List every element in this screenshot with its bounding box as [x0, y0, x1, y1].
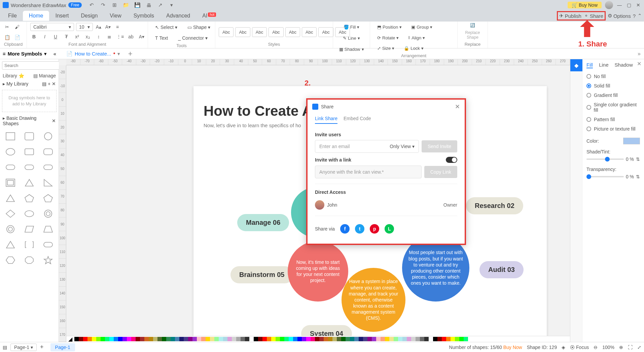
- color-swatch[interactable]: [341, 337, 346, 341]
- text-tool[interactable]: T Text: [151, 34, 172, 42]
- open-icon[interactable]: 📁: [122, 1, 130, 9]
- color-swatch[interactable]: [293, 337, 297, 341]
- shape-rect2[interactable]: [22, 146, 37, 158]
- circle-system[interactable]: Have a system in place where you can cre…: [342, 268, 405, 332]
- symbol-search-input[interactable]: [2, 61, 63, 70]
- shape-frame[interactable]: [3, 177, 18, 189]
- panel-close-icon[interactable]: ✕: [637, 61, 641, 67]
- color-swatch[interactable]: [140, 337, 144, 341]
- position-menu[interactable]: ⬒ Position▾: [373, 23, 405, 31]
- collapse-right-icon[interactable]: »: [638, 51, 644, 57]
- paste-icon[interactable]: 📋: [3, 34, 11, 41]
- color-swatch[interactable]: [276, 337, 280, 341]
- shape-diamond[interactable]: [3, 208, 18, 220]
- color-swatch[interactable]: [394, 337, 398, 341]
- shape-ellipse[interactable]: [3, 146, 18, 158]
- color-swatch[interactable]: [319, 337, 324, 341]
- color-swatch[interactable]: [416, 337, 420, 341]
- color-swatch[interactable]: [464, 337, 468, 341]
- size-menu[interactable]: ⤢ Size▾: [373, 44, 398, 52]
- color-swatch[interactable]: [188, 337, 192, 341]
- color-swatch[interactable]: [372, 337, 376, 341]
- fill-picture[interactable]: Picture or texture fill: [586, 124, 640, 134]
- color-swatch[interactable]: [407, 337, 411, 341]
- collapse-ribbon-icon[interactable]: ⌃: [638, 13, 642, 19]
- pinterest-icon[interactable]: p: [370, 224, 379, 234]
- color-swatch[interactable]: [206, 337, 210, 341]
- shape-oval[interactable]: [22, 208, 37, 220]
- shape-parallelogram[interactable]: [22, 223, 37, 235]
- user-avatar[interactable]: [605, 1, 613, 9]
- menu-home[interactable]: Home: [23, 11, 49, 21]
- line-tab[interactable]: Line: [599, 62, 608, 68]
- link-input[interactable]: Anyone with the link can view.*: [315, 166, 422, 178]
- color-swatch[interactable]: [254, 337, 258, 341]
- copy-icon[interactable]: 📄: [13, 34, 21, 41]
- color-swatch[interactable]: [381, 337, 385, 341]
- maximize-icon[interactable]: ▢: [626, 2, 632, 8]
- shape-pentagon[interactable]: [22, 192, 37, 204]
- style-preset-1[interactable]: Abc: [219, 27, 234, 37]
- menu-view[interactable]: View: [104, 11, 127, 21]
- zoom-level[interactable]: 100%: [602, 345, 614, 350]
- color-swatch[interactable]: [433, 337, 437, 341]
- circle-brainstorm[interactable]: Now, it's time to start coming up with i…: [288, 241, 348, 302]
- style-preset-5[interactable]: Abc: [285, 27, 300, 37]
- shade-slider[interactable]: [586, 159, 624, 160]
- bullets-icon[interactable]: ≣: [106, 33, 113, 40]
- share-button[interactable]: ⚬ Share: [584, 13, 603, 19]
- collapse-left-icon[interactable]: «: [53, 51, 56, 57]
- page-tab[interactable]: Page-1: [50, 343, 75, 351]
- tab-link-share[interactable]: Link Share: [315, 116, 337, 124]
- shape-trapezoid[interactable]: [40, 223, 56, 235]
- color-swatch[interactable]: [83, 337, 87, 341]
- pages-icon[interactable]: ▤: [3, 345, 7, 350]
- color-swatch[interactable]: [455, 337, 459, 341]
- color-swatch[interactable]: [284, 337, 289, 341]
- color-swatch[interactable]: [363, 337, 367, 341]
- print-icon[interactable]: 🖶: [145, 1, 152, 9]
- permission-dropdown[interactable]: Only View ▾: [390, 144, 415, 149]
- transparency-stepper[interactable]: ⇅: [636, 174, 640, 179]
- color-swatch[interactable]: [201, 337, 206, 341]
- menu-symbols[interactable]: Symbols: [128, 11, 160, 21]
- color-swatch[interactable]: [109, 337, 114, 341]
- color-swatch[interactable]: [236, 337, 241, 341]
- underline-icon[interactable]: U: [52, 33, 59, 40]
- select-tool[interactable]: ↖ Select▾: [151, 23, 181, 32]
- fill-gradient[interactable]: Gradient fill: [586, 91, 640, 100]
- color-swatch[interactable]: [157, 337, 162, 341]
- page-selector[interactable]: Page-1 ▾: [10, 344, 37, 351]
- transparency-slider[interactable]: [586, 176, 624, 177]
- shape-donut[interactable]: [40, 208, 56, 220]
- color-swatch[interactable]: [101, 337, 105, 341]
- color-swatch[interactable]: [223, 337, 227, 341]
- font-color-icon[interactable]: A▾: [138, 33, 145, 40]
- color-swatch[interactable]: [214, 337, 219, 341]
- color-swatch[interactable]: [411, 337, 416, 341]
- add-tab-button[interactable]: +: [126, 49, 135, 58]
- connector-tool[interactable]: ⎯ Connector▾: [174, 34, 211, 42]
- color-swatch[interactable]: [398, 337, 402, 341]
- shape-triangle2[interactable]: [3, 192, 18, 204]
- color-swatch[interactable]: [127, 337, 131, 341]
- color-swatch[interactable]: [171, 337, 175, 341]
- color-swatch[interactable]: [385, 337, 389, 341]
- color-swatch[interactable]: [389, 337, 394, 341]
- more-symbols-button[interactable]: More Symbols: [8, 51, 42, 57]
- dialog-close-icon[interactable]: ✕: [455, 103, 460, 110]
- color-swatch[interactable]: [79, 337, 83, 341]
- color-swatch[interactable]: [179, 337, 184, 341]
- shape-triangle[interactable]: [22, 177, 37, 189]
- color-swatch[interactable]: [332, 337, 337, 341]
- font-name-combo[interactable]: Calibri▾: [30, 23, 74, 31]
- fill-single-gradient[interactable]: Single color gradient fill: [586, 100, 640, 115]
- shape-ring[interactable]: [3, 223, 18, 235]
- color-swatch[interactable]: [153, 337, 157, 341]
- basic-shapes-header[interactable]: ▸ Basic Drawing Shapes: [3, 115, 52, 126]
- buy-now-button[interactable]: 🛒 Buy Now: [568, 2, 602, 8]
- fit-icon[interactable]: ⛶: [628, 345, 633, 350]
- menu-advanced[interactable]: Advanced: [160, 11, 196, 21]
- my-library-header[interactable]: ▸ My Library: [3, 81, 28, 86]
- fill-tab[interactable]: Fill: [586, 62, 593, 68]
